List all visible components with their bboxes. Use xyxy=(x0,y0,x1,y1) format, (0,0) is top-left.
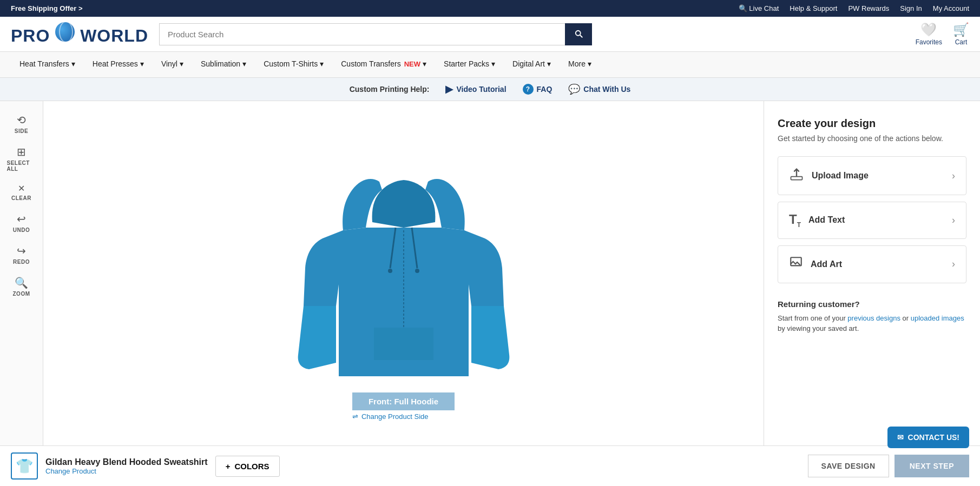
front-label-text: Front: Full Hoodie xyxy=(369,397,438,406)
change-product-side-link[interactable]: ⇌ Change Product Side xyxy=(352,412,455,421)
left-toolbar: ⟲ SIDE ⊞ SELECT ALL ✕ CLEAR ↩ UNDO ↪ RED… xyxy=(0,101,43,479)
chevron-down-icon: ▾ xyxy=(140,59,144,68)
product-image-container: Front: Full Hoodie ⇌ Change Product Side xyxy=(295,160,512,421)
shipping-offer[interactable]: Free Shipping Offer > xyxy=(11,4,83,12)
top-nav-links: 🔍 Live Chat Help & Support PW Rewards Si… xyxy=(739,4,969,12)
clear-tool[interactable]: ✕ CLEAR xyxy=(3,179,41,205)
pw-rewards-link[interactable]: PW Rewards xyxy=(848,4,889,12)
upload-image-button[interactable]: Upload Image › xyxy=(778,156,966,195)
chevron-down-icon: ▾ xyxy=(180,59,183,68)
main-nav: Heat Transfers ▾ Heat Presses ▾ Vinyl ▾ … xyxy=(0,52,980,78)
upload-icon xyxy=(789,167,804,185)
undo-tool[interactable]: ↩ UNDO xyxy=(3,208,41,237)
add-text-label: Add Text xyxy=(808,215,845,225)
hoodie-svg xyxy=(295,160,512,398)
nav-item-heat-presses[interactable]: Heat Presses ▾ xyxy=(84,52,153,77)
contact-label: CONTACT US! xyxy=(908,433,959,442)
nav-item-sublimation[interactable]: Sublimation ▾ xyxy=(192,52,255,77)
chat-with-us-link[interactable]: 💬 Chat With Us xyxy=(568,83,630,95)
product-info: Gildan Heavy Blend Hooded Sweatshirt Cha… xyxy=(45,457,208,475)
add-art-label: Add Art xyxy=(811,259,842,269)
chevron-right-icon: › xyxy=(952,215,955,226)
search-icon xyxy=(574,29,583,38)
select-all-tool[interactable]: ⊞ SELECT ALL xyxy=(3,141,41,176)
nav-item-heat-transfers[interactable]: Heat Transfers ▾ xyxy=(11,52,84,77)
my-account-link[interactable]: My Account xyxy=(933,4,969,12)
chevron-down-icon: ▾ xyxy=(588,59,591,68)
product-front-label: Front: Full Hoodie ⇌ Change Product Side xyxy=(352,398,455,421)
play-icon: ▶ xyxy=(445,83,453,95)
previous-designs-link[interactable]: previous designs xyxy=(847,314,900,322)
art-icon xyxy=(789,256,803,273)
bottom-right: SAVE DESIGN NEXT STEP xyxy=(808,455,969,477)
upload-image-label: Upload Image xyxy=(812,171,869,181)
sign-in-link[interactable]: Sign In xyxy=(900,4,922,12)
logo[interactable]: PRO WORLD xyxy=(11,22,148,46)
favorites-label: Favorites xyxy=(916,38,942,46)
favorites-icon-button[interactable]: 🤍 Favorites xyxy=(916,22,942,46)
nav-item-custom-transfers[interactable]: Custom Transfers NEW ▾ xyxy=(332,52,435,77)
live-chat-link[interactable]: 🔍 Live Chat xyxy=(739,4,779,12)
next-step-button[interactable]: NEXT STEP xyxy=(895,455,969,477)
search-bar xyxy=(159,23,592,45)
search-button[interactable] xyxy=(565,23,592,45)
bottom-left: 👕 Gildan Heavy Blend Hooded Sweatshirt C… xyxy=(11,452,280,479)
undo-icon: ↩ xyxy=(17,212,26,225)
heart-icon: 🤍 xyxy=(920,22,937,37)
chevron-down-icon: ▾ xyxy=(71,59,75,68)
nav-item-digital-art[interactable]: Digital Art ▾ xyxy=(504,52,560,77)
side-tool[interactable]: ⟲ SIDE xyxy=(3,109,41,138)
envelope-icon: ✉ xyxy=(897,433,904,442)
svg-point-2 xyxy=(388,269,392,273)
save-design-button[interactable]: SAVE DESIGN xyxy=(808,455,889,477)
chevron-down-icon: ▾ xyxy=(547,59,551,68)
clear-icon: ✕ xyxy=(18,183,25,194)
change-product-link[interactable]: Change Product xyxy=(45,467,208,475)
uploaded-images-link[interactable]: uploaded images xyxy=(911,314,964,322)
help-bar: Custom Printing Help: ▶ Video Tutorial ?… xyxy=(0,78,980,101)
text-icon: TT xyxy=(789,212,801,229)
returning-section: Returning customer? Start from one of yo… xyxy=(778,299,966,334)
plus-icon: + xyxy=(226,462,231,471)
nav-item-vinyl[interactable]: Vinyl ▾ xyxy=(153,52,192,77)
video-tutorial-link[interactable]: ▶ Video Tutorial xyxy=(445,83,506,95)
returning-text: Start from one of your previous designs … xyxy=(778,313,966,334)
right-panel: Create your design Get started by choosi… xyxy=(764,101,980,479)
question-icon: ? xyxy=(523,84,534,95)
panel-title: Create your design xyxy=(778,117,966,130)
shipping-link[interactable]: Free Shipping Offer > xyxy=(11,4,83,12)
nav-item-starter-packs[interactable]: Starter Packs ▾ xyxy=(435,52,504,77)
redo-icon: ↪ xyxy=(17,244,26,257)
help-support-link[interactable]: Help & Support xyxy=(790,4,837,12)
zoom-tool[interactable]: 🔍 ZOOM xyxy=(3,272,41,301)
chevron-down-icon: ▾ xyxy=(242,59,246,68)
cart-icon-button[interactable]: 🛒 Cart xyxy=(953,22,969,46)
contact-us-button[interactable]: ✉ CONTACT US! xyxy=(887,427,969,448)
bottom-bar: 👕 Gildan Heavy Blend Hooded Sweatshirt C… xyxy=(0,445,980,479)
cart-icon: 🛒 xyxy=(953,22,969,37)
product-image xyxy=(295,160,512,398)
colors-label: COLORS xyxy=(234,462,269,471)
nav-item-more[interactable]: More ▾ xyxy=(560,52,600,77)
faq-link[interactable]: ? FAQ xyxy=(523,84,553,95)
search-input[interactable] xyxy=(159,23,565,45)
chevron-right-icon: › xyxy=(952,258,955,270)
zoom-icon: 🔍 xyxy=(15,276,28,289)
header: PRO WORLD 🤍 Favorites 🛒 Cart xyxy=(0,17,980,52)
svg-point-3 xyxy=(415,269,419,273)
logo-globe-icon xyxy=(55,22,75,42)
chevron-right-icon: › xyxy=(952,170,955,182)
main-content: ⟲ SIDE ⊞ SELECT ALL ✕ CLEAR ↩ UNDO ↪ RED… xyxy=(0,101,980,479)
add-text-button[interactable]: TT Add Text › xyxy=(778,202,966,239)
canvas-area: Front: Full Hoodie ⇌ Change Product Side xyxy=(43,101,764,479)
nav-item-custom-tshirts[interactable]: Custom T-Shirts ▾ xyxy=(255,52,332,77)
chevron-down-icon: ▾ xyxy=(491,59,495,68)
product-thumbnail[interactable]: 👕 xyxy=(11,452,38,479)
cart-label: Cart xyxy=(955,38,968,46)
add-art-button[interactable]: Add Art › xyxy=(778,245,966,283)
redo-tool[interactable]: ↪ REDO xyxy=(3,240,41,269)
chevron-down-icon: ▾ xyxy=(320,59,324,68)
product-name: Gildan Heavy Blend Hooded Sweatshirt xyxy=(45,457,208,467)
speech-bubble-icon: 💬 xyxy=(568,83,580,95)
colors-button[interactable]: + COLORS xyxy=(215,456,280,477)
